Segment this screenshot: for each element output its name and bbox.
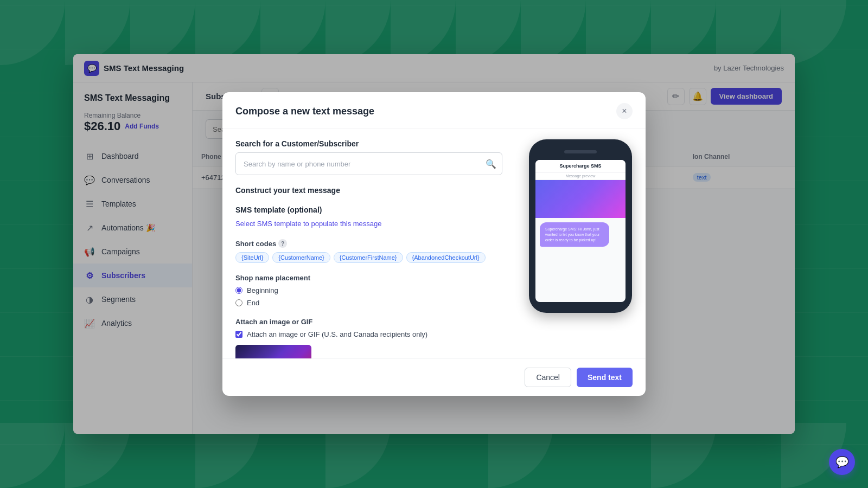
- placement-label: Shop name placement: [235, 274, 502, 282]
- placement-end-radio[interactable]: [235, 299, 242, 306]
- phone-image-overlay: [535, 180, 626, 218]
- compose-section-label: Construct your text message: [235, 186, 502, 195]
- placement-section: Shop name placement Beginning End: [235, 274, 502, 307]
- attach-checkbox-row[interactable]: Attach an image or GIF (U.S. and Canada …: [235, 330, 502, 338]
- attach-checkbox-label: Attach an image or GIF (U.S. and Canada …: [247, 330, 427, 338]
- placement-radio-group: Beginning End: [235, 286, 502, 307]
- attach-label: Attach an image or GIF: [235, 318, 502, 326]
- template-section: SMS template (optional) Select SMS templ…: [235, 206, 502, 228]
- modal-header: Compose a new text message ×: [222, 92, 646, 129]
- code-badge-siteurl[interactable]: {SiteUrl}: [235, 252, 269, 263]
- send-text-button[interactable]: Send text: [577, 368, 633, 387]
- modal-close-button[interactable]: ×: [616, 103, 633, 119]
- phone-notch: [564, 150, 597, 153]
- phone-screen: Supercharge SMS Message preview Supercha…: [535, 160, 626, 302]
- phone-message-area: Supercharge SMS: Hi John, just wanted to…: [535, 218, 626, 302]
- search-section: Search for a Customer/Subscriber 🔍: [235, 139, 502, 175]
- phone-preview: Supercharge SMS Message preview Supercha…: [529, 139, 632, 313]
- cancel-button[interactable]: Cancel: [525, 368, 571, 387]
- code-badge-customerfirstname[interactable]: {CustomerFirstName}: [334, 252, 403, 263]
- customer-search-button[interactable]: 🔍: [480, 153, 502, 175]
- image-preview-overlay: [235, 345, 311, 358]
- short-codes-label: Short codes ?: [235, 239, 502, 248]
- message-bubble: Supercharge SMS: Hi John, just wanted to…: [540, 222, 609, 247]
- modal-right-panel: Supercharge SMS Message preview Supercha…: [515, 129, 646, 358]
- chat-fab-button[interactable]: 💬: [829, 449, 855, 475]
- customer-search-input[interactable]: [236, 155, 480, 174]
- attach-section: Attach an image or GIF Attach an image o…: [235, 318, 502, 358]
- compose-section: Construct your text message: [235, 186, 502, 195]
- attach-checkbox[interactable]: [235, 331, 242, 338]
- phone-image-area: [535, 180, 626, 218]
- customer-search-container: 🔍: [235, 152, 502, 175]
- modal-left-panel: Search for a Customer/Subscriber 🔍 Const…: [222, 129, 515, 358]
- code-badge-customername[interactable]: {CustomerName}: [272, 252, 330, 263]
- phone-subheader: Message preview: [535, 172, 626, 180]
- modal-backdrop: Compose a new text message × Search for …: [0, 0, 868, 488]
- short-codes-list: {SiteUrl} {CustomerName} {CustomerFirstN…: [235, 252, 502, 263]
- template-select-link[interactable]: Select SMS template to populate this mes…: [235, 220, 382, 228]
- search-section-label: Search for a Customer/Subscriber: [235, 139, 502, 148]
- compose-modal: Compose a new text message × Search for …: [222, 92, 646, 396]
- template-label: SMS template (optional): [235, 206, 502, 214]
- code-badge-abandonedcheckout[interactable]: {AbandonedCheckoutUrl}: [406, 252, 486, 263]
- modal-body: Search for a Customer/Subscriber 🔍 Const…: [222, 129, 646, 358]
- placement-beginning[interactable]: Beginning: [235, 286, 502, 294]
- modal-title: Compose a new text message: [235, 106, 374, 117]
- placement-end[interactable]: End: [235, 299, 502, 307]
- image-preview: [235, 345, 311, 358]
- short-codes-help-icon[interactable]: ?: [278, 239, 287, 248]
- phone-app-name: Supercharge SMS: [535, 160, 626, 172]
- short-codes-section: Short codes ? {SiteUrl} {CustomerName} {…: [235, 239, 502, 263]
- modal-footer: Cancel Send text: [222, 358, 646, 396]
- chat-fab-icon: 💬: [835, 455, 849, 468]
- placement-beginning-radio[interactable]: [235, 287, 242, 294]
